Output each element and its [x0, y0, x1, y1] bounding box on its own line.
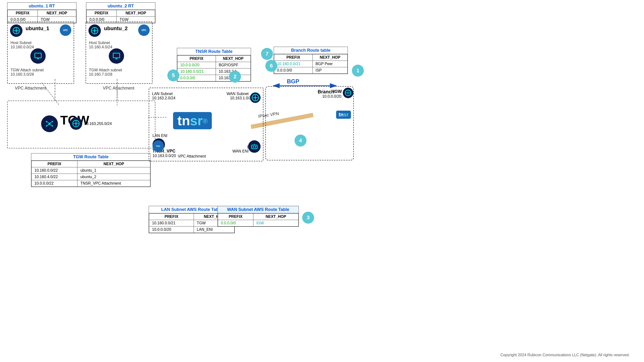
- tnsr-rt-col1: PREFIX: [177, 56, 216, 62]
- lan-aws-rt-r2-nexthop: LAN_ENI: [194, 227, 234, 233]
- tnsr-vpc-attachment-label: VPC Attachment: [178, 154, 206, 158]
- wan-aws-rt-col1: PREFIX: [218, 214, 254, 220]
- tgw-rt-r1-prefix: 10.160.0.0/22: [32, 167, 78, 174]
- tnsr-lan-subnet-cidr: 10.163.2.0/24: [152, 96, 176, 100]
- svg-marker-13: [16, 28, 17, 33]
- tgw-cidr: 10.163.255.0/24: [84, 122, 112, 126]
- svg-point-47: [255, 146, 256, 148]
- ubuntu1-rt-table: ubuntu_1 RT PREFIX NEXT_HOP 0.0.0.0/0 TG…: [7, 3, 76, 23]
- tgw-rt-r2-prefix: 10.160.4.0/22: [32, 174, 78, 180]
- branch-igw-label: IGW: [333, 89, 342, 94]
- tgw-rt-r3-prefix: 10.0.0.0/22: [32, 180, 78, 187]
- svg-point-25: [46, 121, 47, 122]
- branch-rt-r2-prefix: 0.0.0.0/0: [274, 67, 313, 74]
- ubuntu2-tgw-attach-label: TGW Attach subnet: [89, 68, 122, 72]
- circle-7: 7: [261, 48, 273, 60]
- branch-box: IGW tn sr Branch 10.0.0.0/20 4: [265, 86, 354, 160]
- branch-rt-table: Branch Route table PREFIX NEXT_HOP 10.16…: [274, 47, 348, 74]
- ubuntu2-vpc-box: VPC ubuntu_2 Host Subnet 10.160.4.0/24 T…: [86, 22, 152, 84]
- tgw-rt-col1: PREFIX: [32, 161, 78, 167]
- ubuntu1-tgw-attach-label: TGW Attach subnet: [10, 68, 44, 72]
- tnsr-vpc-icon: tnsr: [152, 140, 164, 152]
- bgp-label: BGP: [287, 78, 299, 85]
- ubuntu1-rt-title: ubuntu_1 RT: [8, 3, 76, 10]
- tgw-mesh-icon: [41, 115, 58, 132]
- branch-rt-r1-prefix: 10.160.0.0/21: [274, 61, 313, 67]
- branch-rt-title: Branch Route table: [274, 47, 348, 54]
- ubuntu2-rt-table: ubuntu_2 RT PREFIX NEXT_HOP 0.0.0.0/0 TG…: [86, 3, 156, 23]
- svg-point-46: [253, 146, 254, 148]
- ubuntu2-rt-col1: PREFIX: [86, 10, 117, 17]
- branch-cidr: 10.0.0.0/20: [322, 94, 341, 99]
- tgw-rt-table: TGW Route Table PREFIX NEXT_HOP 10.160.0…: [31, 153, 150, 187]
- circle-5: 5: [167, 69, 179, 81]
- ubuntu2-monitor-icon: [109, 48, 124, 64]
- ubuntu2-host-subnet-label: Host Subnet: [89, 41, 110, 45]
- ubuntu2-rt-title: ubuntu_2 RT: [86, 3, 155, 10]
- tnsr-lan-subnet-label: LAN Subnet: [152, 92, 172, 96]
- branch-rt-r2-nexthop: ISP: [313, 67, 348, 74]
- ubuntu1-tgw-attach-cidr: 10.160.3.0/28: [10, 72, 34, 77]
- ubuntu2-compass-icon: [88, 25, 101, 37]
- wan-aws-rt-r1-nexthop: IGW: [254, 220, 298, 227]
- ubuntu2-label: ubuntu_2: [104, 25, 128, 32]
- svg-rect-45: [252, 145, 257, 149]
- ubuntu1-vpc-icon: VPC: [60, 25, 71, 36]
- branch-rt-col1: PREFIX: [274, 54, 313, 61]
- tnsr-lan-eni-label: LAN ENI: [152, 134, 167, 138]
- svg-line-30: [50, 122, 52, 123]
- branch-igw-icon: [343, 88, 353, 98]
- branch-tnsr-logo: tn sr: [336, 111, 351, 119]
- ubuntu1-rt-col2: NEXT_HOP: [38, 10, 76, 17]
- tnsr-rt-r2-prefix: 10.160.0.0/21: [177, 69, 216, 75]
- ubuntu1-vpc-attachment: VPC Attachment: [15, 86, 46, 91]
- tnsr-wan-eni-icon: [248, 140, 260, 153]
- tnsr-wan-compass-icon: [250, 92, 260, 103]
- tgw-box: TGW 10.163.255.0/24: [7, 101, 156, 148]
- wan-aws-rt-table: WAN Subnet AWS Route Table PREFIX NEXT_H…: [218, 206, 299, 227]
- circle-6: 6: [265, 60, 277, 72]
- tgw-rt-r1-nexthop: ubuntu_1: [78, 167, 150, 174]
- ubuntu1-compass-icon: [10, 25, 22, 37]
- svg-point-27: [46, 125, 47, 127]
- circle-4: 4: [294, 134, 306, 146]
- svg-marker-40: [254, 95, 256, 100]
- lan-aws-rt-r1-prefix: 10.160.0.0/21: [149, 220, 194, 227]
- ubuntu2-tgw-attach-cidr: 10.160.7.0/28: [89, 72, 112, 77]
- wan-aws-rt-r1-prefix: 0.0.0.0/0: [218, 220, 254, 227]
- tnsr-wan-subnet-label: WAN Subnet: [226, 92, 248, 96]
- svg-line-32: [50, 124, 52, 126]
- circle-3: 3: [302, 212, 314, 224]
- tnsr-vpc-box: LAN Subnet 10.163.2.0/24 WAN Subnet 10.1…: [149, 88, 264, 161]
- tgw-rt-title: TGW Route Table: [31, 153, 150, 161]
- tgw-compass-icon: [70, 117, 82, 130]
- svg-rect-21: [113, 53, 120, 58]
- wan-aws-rt-title: WAN Subnet AWS Route Table: [218, 206, 298, 213]
- tnsr-rt-title: TNSR Route Table: [177, 48, 251, 55]
- tnsr-rt-r1-nexthop: BGP/OSPF: [216, 62, 251, 69]
- svg-rect-14: [35, 53, 41, 58]
- lan-aws-rt-r2-prefix: 10.0.0.0/20: [149, 227, 194, 233]
- tnsr-vpc-cidr: 10.163.0.0/20: [152, 154, 176, 158]
- tgw-rt-col2: NEXT_HOP: [78, 161, 150, 167]
- svg-line-31: [47, 124, 49, 126]
- ubuntu2-vpc-icon: VPC: [138, 25, 150, 36]
- branch-rt-col2: NEXT_HOP: [313, 54, 348, 61]
- ubuntu1-host-subnet-cidr: 10.160.0.0/24: [10, 45, 34, 49]
- svg-marker-20: [94, 28, 96, 33]
- tnsr-rt-r3-prefix: 0.0.0.0/0: [177, 75, 216, 81]
- wan-aws-rt-col2: NEXT_HOP: [254, 214, 298, 220]
- ubuntu1-host-subnet-label: Host Subnet: [10, 41, 32, 45]
- ubuntu1-rt-col1: PREFIX: [8, 10, 38, 17]
- circle-1: 1: [352, 65, 364, 77]
- ubuntu1-label: ubuntu_1: [26, 25, 49, 32]
- branch-label: Branch: [318, 89, 334, 95]
- lan-aws-rt-col1: PREFIX: [149, 214, 194, 220]
- circle-2: 2: [229, 71, 241, 83]
- tnsr-rt-r1-prefix: 10.0.0.0/20: [177, 62, 216, 69]
- tnsr-wan-eni-label: WAN ENI: [232, 149, 248, 153]
- ubuntu1-monitor-icon: [30, 48, 46, 64]
- svg-line-29: [47, 122, 49, 123]
- tnsr-logo: tn sr ®: [173, 112, 212, 129]
- ubuntu2-vpc-attachment: VPC Attachment: [103, 86, 134, 91]
